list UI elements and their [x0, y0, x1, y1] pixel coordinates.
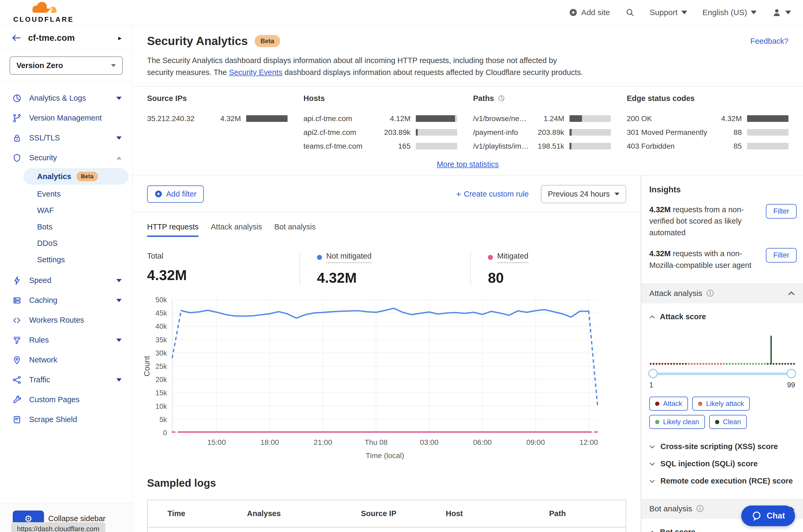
account-menu[interactable]	[772, 8, 791, 17]
feedback-link[interactable]: Feedback?	[750, 37, 789, 45]
chevron-up-icon	[116, 156, 122, 159]
sidebar-item-ssl-tls[interactable]: SSL/TLS	[0, 128, 132, 148]
stat-bar	[416, 143, 457, 149]
sidebar-item-custom-pages[interactable]: Custom Pages	[0, 390, 132, 410]
chevron-down-icon	[116, 279, 122, 282]
tab-bot-analysis[interactable]: Bot analysis	[274, 223, 316, 237]
log-row: Jun 8, 2023 12:20:39 PMCleanAutomated35.…	[148, 528, 626, 532]
back-arrow-icon[interactable]	[12, 34, 21, 42]
total-label[interactable]: Mitigated	[497, 252, 528, 263]
insights-panel: Insights 4.32M requests from a non-verif…	[641, 175, 803, 532]
slider-handle-min[interactable]	[648, 369, 658, 378]
sidebar-subitem-bots[interactable]: Bots	[0, 218, 132, 235]
sidebar-item-label: Custom Pages	[29, 395, 122, 404]
stat-row[interactable]: 403 Forbidden85	[627, 139, 788, 153]
sidebar-item-caching[interactable]: Caching	[0, 290, 132, 310]
insight-filter-button[interactable]: Filter	[766, 204, 797, 218]
sidebar-item-traffic[interactable]: Traffic	[0, 370, 132, 390]
legend-pill-likely-attack[interactable]: Likely attack	[692, 397, 750, 411]
sidebar-item-security[interactable]: Security	[0, 148, 132, 168]
collapsed-section-sql-injection-sqli-score[interactable]: SQL injection (SQLi) score	[641, 455, 803, 472]
legend-pill-clean[interactable]: Clean	[709, 415, 747, 429]
create-custom-rule-link[interactable]: + Create custom rule	[456, 189, 529, 199]
stat-row[interactable]: 35.212.240.324.32M	[147, 112, 287, 126]
stat-row[interactable]: /v1/playlists/images198.51k	[473, 139, 611, 153]
chevron-down-icon	[649, 445, 655, 449]
chevron-down-icon	[116, 339, 122, 342]
sidebar-item-scrape-shield[interactable]: Scrape Shield	[0, 410, 132, 430]
sidebar-item-workers-routes[interactable]: Workers Routes	[0, 310, 132, 330]
time-range-dropdown[interactable]: Previous 24 hours	[541, 185, 626, 203]
stat-bar	[246, 115, 287, 122]
total-value: 4.32M	[317, 269, 470, 286]
sidebar-item-rules[interactable]: Rules	[0, 330, 132, 350]
insight-filter-button[interactable]: Filter	[766, 248, 797, 263]
slider-handle-max[interactable]	[787, 369, 796, 378]
search-icon	[625, 8, 634, 17]
stat-row[interactable]: /v1/browse/new-releases1.24M	[473, 112, 611, 126]
sidebar-item-speed[interactable]: Speed	[0, 270, 132, 290]
sidebar-subitem-analytics[interactable]: AnalyticsBeta	[23, 168, 129, 185]
tab-attack-analysis[interactable]: Attack analysis	[211, 223, 262, 237]
add-filter-button[interactable]: Add filter	[147, 186, 204, 203]
stat-row[interactable]: api.cf-tme.com4.12M	[303, 112, 457, 126]
insight-item: 4.32M requests from a non-verified bot s…	[641, 204, 803, 239]
svg-text:12:00: 12:00	[580, 438, 598, 446]
sidebar-subitem-label: Settings	[37, 255, 65, 264]
legend-pill-likely-clean[interactable]: Likely clean	[649, 415, 705, 429]
stat-row[interactable]: teams.cf-tme.com165	[303, 139, 457, 153]
plus-icon: +	[456, 189, 461, 199]
sidebar-subitem-settings[interactable]: Settings	[0, 251, 132, 268]
collapsed-section-remote-code-execution-rce-score[interactable]: Remote code execution (RCE) score	[641, 472, 803, 490]
total-label: Total	[147, 252, 163, 261]
legend-pill-attack[interactable]: Attack	[649, 397, 688, 411]
cloudflare-cloud-icon	[21, 1, 66, 15]
sidebar-subitem-ddos[interactable]: DDoS	[0, 235, 132, 251]
stat-row[interactable]: 301 Moved Permanently88	[627, 126, 788, 139]
tab-http-requests[interactable]: HTTP requests	[147, 223, 199, 237]
sidebar-item-version-management[interactable]: Version Management	[0, 108, 132, 128]
sidebar: cf-tme.com ▸ Version Zero Analytics & Lo…	[0, 25, 132, 532]
total-label[interactable]: Not mitigated	[326, 252, 372, 263]
log-column-source-ip: Source IP	[361, 500, 446, 527]
stat-row[interactable]: api2.cf-tme.com203.89k	[303, 126, 457, 139]
sidebar-subitem-events[interactable]: Events	[0, 186, 132, 202]
security-events-link[interactable]: Security Events	[229, 68, 282, 77]
top-statistics: Source IPs35.212.240.324.32MHostsapi.cf-…	[132, 87, 803, 156]
collapsed-section-cross-site-scripting-xss-score[interactable]: Cross-site scripting (XSS) score	[641, 438, 803, 455]
total-block-total: Total4.32M	[147, 252, 299, 286]
support-menu[interactable]: Support	[650, 8, 687, 17]
search-button[interactable]	[625, 8, 634, 17]
sidebar-item-analytics-logs[interactable]: Analytics & Logs	[0, 88, 132, 108]
more-top-statistics-link[interactable]: More top statistics	[132, 156, 803, 175]
wrench-icon	[12, 395, 22, 404]
site-expand-icon[interactable]: ▸	[118, 34, 122, 42]
stat-value: 85	[711, 142, 742, 151]
cloudflare-logo[interactable]: CLOUDFLARE	[13, 1, 74, 23]
chevron-down-icon	[615, 193, 619, 195]
expand-row-icon[interactable]	[148, 528, 168, 532]
version-selector-wrap: Version Zero	[0, 50, 132, 81]
add-site-button[interactable]: Add site	[569, 8, 610, 17]
stat-row[interactable]: 200 OK4.32M	[627, 112, 788, 126]
branch-icon	[12, 113, 22, 123]
chevron-down-icon	[116, 136, 122, 140]
sidebar-item-label: Rules	[29, 336, 109, 344]
collapse-sidebar-button[interactable]: Collapse sidebar	[48, 514, 106, 523]
attack-analysis-header[interactable]: Attack analysisⓘ	[641, 283, 803, 303]
sidebar-item-network[interactable]: Network	[0, 350, 132, 370]
chevron-down-icon	[116, 97, 122, 100]
sidebar-item-label: Analytics & Logs	[29, 94, 109, 102]
info-icon: ⓘ	[696, 504, 704, 513]
sidebar-subitem-waf[interactable]: WAF	[0, 202, 132, 218]
stat-row[interactable]: /payment-info203.89k	[473, 126, 611, 139]
chevron-down-icon	[116, 299, 122, 302]
requests-chart: 05k10k15k20k25k30k35k40k45k50k15:0018:00…	[132, 286, 641, 466]
version-selector[interactable]: Version Zero	[10, 56, 123, 75]
info-icon: ⓘ	[707, 288, 714, 298]
chevron-up-icon	[649, 315, 655, 319]
chat-button[interactable]: Chat	[741, 506, 795, 526]
language-menu[interactable]: English (US)	[703, 8, 757, 17]
attack-score-toggle[interactable]: Attack score	[641, 303, 803, 321]
top-header: CLOUDFLARE Add site Support English (US)	[0, 0, 803, 25]
